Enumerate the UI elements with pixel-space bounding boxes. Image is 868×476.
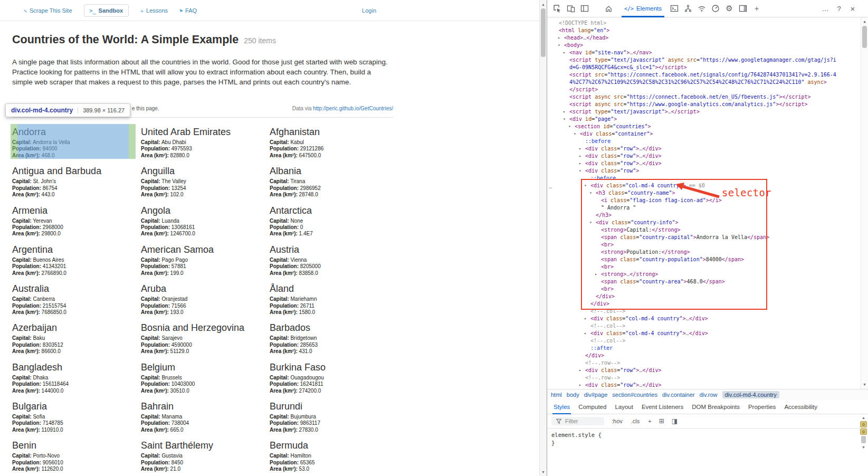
grid-toggle-icon[interactable]: ⊞ (659, 417, 664, 425)
styles-tab-dom-breakpoints[interactable]: DOM Breakpoints (688, 400, 744, 414)
expand-arrow-closed-icon[interactable]: ▸ (584, 330, 587, 337)
dom-tree-node[interactable]: <br> (547, 241, 860, 249)
expand-arrow-open-icon[interactable]: ▾ (558, 42, 560, 49)
dom-tree-node[interactable]: <strong>Population:</strong> (547, 249, 860, 256)
expand-arrow-open-icon[interactable]: ▾ (568, 123, 571, 130)
dock-side-icon[interactable] (736, 2, 750, 15)
dom-tree-node[interactable]: ▸<div class="row">…</div> (547, 367, 860, 374)
nav-item-scrape-this-site[interactable]: ✎Scrape This Site (24, 7, 72, 14)
styles-tab-styles[interactable]: Styles (549, 400, 574, 414)
nav-item-sandbox[interactable]: >_Sandbox (84, 4, 129, 17)
styles-scrollbar-thumb[interactable] (861, 436, 866, 443)
nav-item-lessons[interactable]: ✈Lessons (140, 7, 168, 14)
expand-arrow-closed-icon[interactable]: ▸ (595, 271, 597, 278)
dom-tree-node[interactable]: <span class="country-population">84000</… (547, 256, 860, 263)
dom-tree-node[interactable]: <script async src="https://www.google-an… (547, 101, 860, 108)
dom-tree-node[interactable]: ▸<div class="row">…</div> (547, 382, 860, 389)
dom-tree-node[interactable]: ▸<div class="row">…</div> (547, 153, 860, 160)
dom-tree-node[interactable]: <span class="country-capital">Andorra la… (547, 234, 860, 241)
dom-tree-node[interactable]: <html lang="en"> (547, 27, 860, 34)
toggle-hov[interactable]: :hov (612, 418, 623, 424)
dom-tree-node[interactable]: ▸<div class="row">…</div> (547, 145, 860, 153)
breadcrumb-item-div-container[interactable]: div.container (662, 392, 695, 398)
console-icon[interactable] (667, 2, 681, 15)
tab-welcome[interactable] (599, 0, 618, 17)
expand-arrow-closed-icon[interactable]: ▸ (579, 367, 581, 374)
dom-scroll-down-icon[interactable]: ▼ (861, 381, 868, 388)
breadcrumb-item-section-countries[interactable]: section#countries (612, 392, 657, 398)
dom-tree-node[interactable]: <br> (547, 263, 860, 271)
styles-tab-event-listeners[interactable]: Event Listeners (637, 400, 688, 414)
device-toolbar-icon[interactable] (564, 2, 578, 15)
styles-scrollbar[interactable]: ▲ 00 ▼ (860, 415, 867, 450)
network-conditions-icon[interactable] (695, 2, 709, 15)
inspect-icon[interactable] (550, 2, 564, 15)
dom-tree-node[interactable]: ▾<div id="page"> (547, 116, 860, 123)
dom-tree-node[interactable]: ▸<strong>…</strong> (547, 271, 860, 278)
styles-tab-computed[interactable]: Computed (574, 400, 611, 414)
expand-arrow-open-icon[interactable]: ▾ (563, 116, 566, 123)
scroll-up-icon[interactable]: ▲ (540, 1, 547, 8)
dom-tree-node[interactable]: ▾<section id="countries"> (547, 123, 860, 130)
expand-arrow-open-icon[interactable]: ▾ (589, 219, 592, 226)
dom-tree-scrollbar[interactable]: ▲ ▼ (861, 17, 868, 389)
dom-tree-node[interactable]: " Andorra " (547, 204, 860, 212)
performance-icon[interactable] (709, 2, 722, 15)
dom-tree-node[interactable]: <!--.col--> (547, 308, 860, 315)
element-style-selector[interactable]: element.style (551, 432, 595, 438)
dom-tree-node[interactable]: </div> (547, 300, 860, 308)
expand-arrow-closed-icon[interactable]: ▸ (579, 145, 581, 153)
expand-arrow-closed-icon[interactable]: ▸ (579, 382, 581, 389)
close-devtools-button[interactable]: × (846, 2, 860, 15)
dom-tree-node[interactable]: </div> (547, 352, 860, 359)
expand-arrow-closed-icon[interactable]: ▸ (558, 34, 560, 42)
dom-tree-node[interactable]: ▸<div class="row">…</div> (547, 160, 860, 167)
expand-arrow-open-icon[interactable]: ▾ (584, 182, 587, 189)
dom-tree-node[interactable]: ▾<div class="container"> (547, 130, 860, 138)
styles-tab-accessibility[interactable]: Accessibility (780, 400, 822, 414)
expand-arrow-closed-icon[interactable]: ▸ (563, 108, 566, 116)
filter-input[interactable]: Filter (551, 417, 604, 425)
toggle-[interactable]: + (648, 418, 651, 424)
styles-tab-layout[interactable]: Layout (611, 400, 637, 414)
dom-tree-node[interactable]: <script src="https://connect.facebook.ne… (547, 71, 860, 79)
dom-tree-node[interactable]: ▸<nav id="site-nav">…</nav> (547, 49, 860, 56)
sources-icon[interactable] (681, 2, 695, 15)
dom-tree-node[interactable]: <script async src="https://connect.faceb… (547, 93, 860, 101)
expand-arrow-open-icon[interactable]: ▾ (574, 130, 576, 138)
settings-gear-icon[interactable]: ⚙ (722, 2, 736, 15)
styles-scroll-up-icon[interactable]: ▲ (862, 415, 865, 420)
panels-icon[interactable] (578, 2, 592, 15)
dom-tree-node[interactable]: <!--.col--> (547, 322, 860, 330)
styles-tab-properties[interactable]: Properties (744, 400, 780, 414)
dom-tree-node[interactable]: <!DOCTYPE html> (547, 20, 860, 27)
dom-tree-node[interactable]: </h3> (547, 212, 860, 219)
breadcrumb-item-div-col-md-4-country[interactable]: div.col-md-4.country (722, 391, 779, 398)
dom-tree-node[interactable]: ▾<h3 class="country-name"> (547, 189, 860, 197)
dom-scroll-up-icon[interactable]: ▲ (861, 18, 868, 25)
breadcrumb-item-div-page[interactable]: div#page (584, 392, 608, 398)
node-menu-dots[interactable]: … (549, 183, 552, 191)
dom-tree-node[interactable]: </script> (547, 86, 860, 93)
dom-tree-node[interactable]: ▾<div class="country-info"> (547, 219, 860, 226)
page-scrollbar-thumb[interactable] (541, 8, 546, 57)
expand-arrow-open-icon[interactable]: ▾ (589, 189, 592, 197)
breadcrumb-item-div-row[interactable]: div.row (699, 392, 717, 398)
page-scrollbar[interactable]: ▲ ▼ (539, 0, 547, 476)
nav-item-faq[interactable]: ⚑FAQ (179, 7, 197, 14)
tab-elements[interactable]: </> Elements (618, 0, 667, 17)
toggle-cls[interactable]: .cls (631, 418, 640, 424)
dom-tree-node[interactable]: d=G-09N5RQCFG4&cx=c&_slc=1"></script> (547, 64, 860, 71)
expand-arrow-closed-icon[interactable]: ▸ (579, 153, 581, 160)
dom-tree-node[interactable]: <!--.row--> (547, 374, 860, 382)
dom-tree-node[interactable]: ▸<head>…</head> (547, 34, 860, 42)
expand-arrow-open-icon[interactable]: ▾ (579, 167, 581, 175)
dom-tree-node[interactable]: ▾<div class="col-md-4 country"> == $0 (547, 182, 860, 189)
breadcrumb-item-body[interactable]: body (567, 392, 579, 398)
dom-tree-node[interactable]: ▸<script type="text/javascript">…</scrip… (547, 108, 860, 116)
dom-tree-node[interactable]: ▸<div class="col-md-4 country">…</div> (547, 315, 860, 322)
dom-tree-node[interactable]: ::before (547, 138, 860, 145)
dom-tree-node[interactable]: <span class="country-area">468.0</span> (547, 278, 860, 285)
dom-tree-node[interactable]: </div> (547, 293, 860, 300)
dom-tree-node[interactable]: <script type="text/javascript" async src… (547, 56, 860, 64)
